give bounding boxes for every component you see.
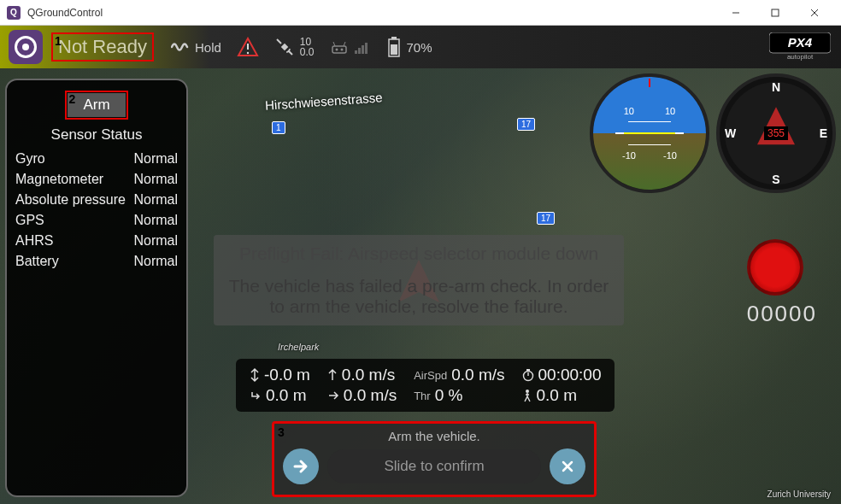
satellite-icon	[274, 37, 295, 57]
gps-hdop: 0.0	[300, 47, 315, 57]
warning-indicator[interactable]	[237, 37, 259, 57]
confirm-title: Arm the vehicle.	[283, 429, 585, 443]
alert-line1: Preflight Fail: Airspeed selector module…	[226, 243, 612, 264]
sensor-status-panel: 2 Arm Sensor Status GyroNormalMagnetomet…	[5, 79, 188, 497]
px4-brand: PX4 autopilot	[769, 32, 831, 62]
compass-indicator: N S E W 355	[716, 73, 836, 193]
gps-indicator[interactable]: 10 0.0	[274, 37, 315, 57]
stopwatch-icon	[522, 368, 534, 382]
battery-percent: 70%	[407, 40, 432, 55]
cancel-confirm-button[interactable]	[550, 448, 585, 484]
waveform-icon	[171, 39, 190, 55]
arm-button[interactable]: Arm	[68, 93, 125, 117]
svg-rect-17	[362, 45, 364, 54]
svg-point-29	[526, 390, 529, 393]
alert-line2: The vehicle has failed a pre-arm check. …	[226, 276, 612, 317]
sensor-row: BatteryNormal	[14, 251, 179, 272]
svg-rect-18	[365, 43, 368, 54]
tele-distance: 0.0 m	[250, 386, 310, 405]
altitude-icon	[250, 367, 260, 383]
map-copyright: Zurich University	[767, 489, 831, 499]
window-title: QGroundControl	[27, 7, 716, 19]
up-arrow-icon	[327, 368, 338, 382]
instrument-cluster: 1010 -10-10 N S E W 355	[590, 73, 836, 193]
sensor-status: Normal	[133, 192, 178, 208]
rc-indicator[interactable]	[330, 39, 371, 55]
svg-text:PX4: PX4	[788, 35, 813, 50]
svg-point-12	[340, 49, 343, 51]
vehicle-status[interactable]: 1 Not Ready	[51, 32, 154, 62]
rc-icon	[330, 39, 349, 55]
vehicle-status-label: Not Ready	[58, 36, 147, 57]
battery-icon	[386, 36, 402, 58]
sensor-row: Absolute pressureNormal	[14, 190, 179, 210]
sensor-name: Battery	[15, 254, 59, 269]
sensor-status: Normal	[133, 233, 178, 249]
record-button[interactable]	[747, 239, 803, 296]
sensor-panel-title: Sensor Status	[14, 126, 179, 144]
close-icon	[560, 459, 575, 474]
compass-east: E	[820, 126, 827, 140]
flight-mode-label: Hold	[195, 40, 221, 55]
battery-indicator[interactable]: 70%	[386, 36, 432, 58]
sensor-row: AHRSNormal	[14, 231, 179, 251]
sensor-status: Normal	[133, 254, 178, 269]
map-route-badge-17a: 17	[517, 118, 535, 131]
sensor-row: MagnetometerNormal	[14, 169, 179, 190]
slide-track[interactable]: Slide to confirm	[327, 449, 541, 483]
slide-label: Slide to confirm	[384, 458, 484, 475]
annotation-1: 1	[55, 34, 62, 48]
svg-rect-28	[526, 369, 530, 371]
tele-groundspeed: 0.0 m/s	[327, 386, 397, 405]
sensor-name: GPS	[15, 213, 44, 228]
compass-south: S	[772, 173, 779, 186]
signal-bars-icon	[354, 40, 371, 54]
tele-throttle: Thr 0 %	[414, 386, 504, 405]
preflight-alert: Preflight Fail: Airspeed selector module…	[214, 235, 624, 325]
compass-north: N	[772, 80, 780, 94]
telemetry-bar: -0.0 m 0.0 m/s AirSpd 0.0 m/s 00:00:00 0…	[236, 359, 615, 412]
svg-rect-16	[358, 48, 361, 54]
record-counter: 00000	[747, 301, 817, 327]
walk-icon	[522, 389, 532, 402]
svg-rect-10	[332, 46, 346, 53]
flight-mode[interactable]: Hold	[171, 39, 221, 55]
window-titlebar: Q QGroundControl	[0, 0, 841, 26]
svg-rect-7	[281, 44, 288, 50]
compass-west: W	[725, 126, 736, 140]
svg-point-11	[335, 49, 338, 51]
tele-altitude: -0.0 m	[250, 366, 310, 384]
arm-button-label: Arm	[83, 97, 109, 113]
slide-handle[interactable]	[283, 448, 319, 484]
record-widget: 00000	[747, 239, 817, 327]
tele-walk-distance: 0.0 m	[522, 386, 602, 405]
return-arrow-icon	[250, 390, 262, 401]
window-close-button[interactable]	[795, 0, 834, 26]
svg-line-8	[277, 39, 281, 44]
tele-airspeed: AirSpd 0.0 m/s	[414, 366, 504, 384]
confirm-panel: 3 Arm the vehicle. Slide to confirm	[272, 421, 597, 497]
sensor-name: Gyro	[15, 151, 45, 167]
attitude-indicator: 1010 -10-10	[590, 73, 709, 193]
tele-vspeed: 0.0 m/s	[327, 366, 397, 384]
right-arrow-icon	[327, 390, 339, 401]
map-view[interactable]: Hirschwiesenstrasse 1 17 17 Irchelpark Z…	[0, 68, 841, 504]
qgc-logo-icon	[15, 36, 37, 58]
sensor-name: Magnetometer	[15, 172, 103, 187]
svg-rect-21	[391, 44, 397, 55]
window-maximize-button[interactable]	[756, 0, 795, 26]
arrow-right-icon	[291, 457, 310, 476]
annotation-2: 2	[68, 92, 75, 106]
annotation-3: 3	[278, 425, 285, 439]
svg-rect-15	[355, 50, 357, 54]
svg-point-6	[247, 52, 249, 54]
sensor-row: GPSNormal	[14, 210, 179, 231]
svg-text:autopilot: autopilot	[787, 53, 814, 61]
map-park-label: Irchelpark	[278, 342, 319, 352]
sensor-name: AHRS	[15, 233, 53, 249]
sensor-row: GyroNormal	[14, 149, 179, 169]
tele-flight-time: 00:00:00	[522, 366, 602, 384]
app-icon: Q	[7, 6, 21, 20]
window-minimize-button[interactable]	[716, 0, 756, 26]
app-menu-button[interactable]	[9, 30, 43, 64]
